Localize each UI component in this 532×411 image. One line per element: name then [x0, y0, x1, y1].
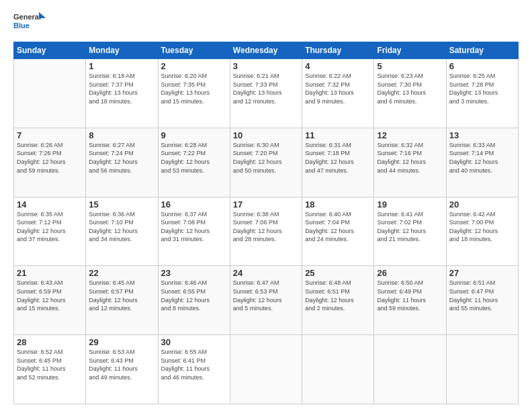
- weekday-header-saturday: Saturday: [446, 42, 518, 59]
- day-info: Sunrise: 6:41 AMSunset: 7:02 PMDaylight:…: [377, 210, 443, 244]
- day-number: 14: [17, 199, 83, 210]
- calendar-cell: [230, 335, 302, 404]
- calendar-cell: 28Sunrise: 6:52 AMSunset: 6:45 PMDayligh…: [14, 335, 86, 404]
- day-number: 10: [233, 130, 299, 140]
- day-number: 5: [377, 61, 443, 71]
- calendar-cell: 17Sunrise: 6:38 AMSunset: 7:06 PMDayligh…: [230, 197, 302, 266]
- day-info: Sunrise: 6:28 AMSunset: 7:22 PMDaylight:…: [161, 141, 227, 175]
- calendar-cell: 29Sunrise: 6:53 AMSunset: 6:43 PMDayligh…: [86, 335, 158, 404]
- day-number: 8: [89, 130, 154, 140]
- calendar-cell: 9Sunrise: 6:28 AMSunset: 7:22 PMDaylight…: [158, 128, 230, 197]
- day-number: 18: [305, 199, 371, 210]
- calendar-cell: 19Sunrise: 6:41 AMSunset: 7:02 PMDayligh…: [374, 197, 446, 266]
- day-info: Sunrise: 6:52 AMSunset: 6:45 PMDaylight:…: [17, 348, 83, 381]
- calendar-week-row: 14Sunrise: 6:35 AMSunset: 7:12 PMDayligh…: [14, 197, 519, 266]
- calendar-cell: 26Sunrise: 6:50 AMSunset: 6:49 PMDayligh…: [374, 266, 446, 335]
- weekday-header-thursday: Thursday: [302, 42, 374, 59]
- logo: General Blue: [13, 11, 47, 35]
- calendar-week-row: 21Sunrise: 6:43 AMSunset: 6:59 PMDayligh…: [14, 266, 519, 335]
- day-number: 29: [89, 337, 154, 347]
- calendar-cell: 2Sunrise: 6:20 AMSunset: 7:35 PMDaylight…: [158, 59, 230, 128]
- calendar-cell: 15Sunrise: 6:36 AMSunset: 7:10 PMDayligh…: [86, 197, 158, 266]
- calendar-cell: 8Sunrise: 6:27 AMSunset: 7:24 PMDaylight…: [86, 128, 158, 197]
- calendar-cell: 24Sunrise: 6:47 AMSunset: 6:53 PMDayligh…: [230, 266, 302, 335]
- day-info: Sunrise: 6:31 AMSunset: 7:18 PMDaylight:…: [305, 141, 371, 175]
- day-info: Sunrise: 6:27 AMSunset: 7:24 PMDaylight:…: [89, 141, 154, 175]
- calendar-cell: 14Sunrise: 6:35 AMSunset: 7:12 PMDayligh…: [14, 197, 86, 266]
- calendar-cell: 20Sunrise: 6:42 AMSunset: 7:00 PMDayligh…: [446, 197, 518, 266]
- calendar-cell: [374, 335, 446, 404]
- day-number: 15: [89, 199, 154, 210]
- day-number: 4: [305, 61, 371, 71]
- calendar-cell: 21Sunrise: 6:43 AMSunset: 6:59 PMDayligh…: [14, 266, 86, 335]
- calendar-week-row: 1Sunrise: 6:18 AMSunset: 7:37 PMDaylight…: [14, 59, 519, 128]
- day-info: Sunrise: 6:20 AMSunset: 7:35 PMDaylight:…: [161, 72, 227, 105]
- day-number: 16: [161, 199, 227, 210]
- day-number: 25: [305, 268, 371, 278]
- day-info: Sunrise: 6:30 AMSunset: 7:20 PMDaylight:…: [233, 141, 299, 175]
- day-info: Sunrise: 6:42 AMSunset: 7:00 PMDaylight:…: [449, 210, 515, 244]
- logo-svg: General Blue: [13, 11, 47, 35]
- day-number: 1: [89, 61, 154, 71]
- calendar-cell: 10Sunrise: 6:30 AMSunset: 7:20 PMDayligh…: [230, 128, 302, 197]
- day-info: Sunrise: 6:53 AMSunset: 6:43 PMDaylight:…: [89, 348, 154, 381]
- day-number: 26: [377, 268, 443, 278]
- calendar-cell: 5Sunrise: 6:23 AMSunset: 7:30 PMDaylight…: [374, 59, 446, 128]
- day-number: 2: [161, 61, 227, 71]
- day-number: 12: [377, 130, 443, 140]
- day-number: 17: [233, 199, 299, 210]
- day-info: Sunrise: 6:23 AMSunset: 7:30 PMDaylight:…: [377, 72, 443, 105]
- day-info: Sunrise: 6:55 AMSunset: 6:41 PMDaylight:…: [161, 348, 227, 381]
- day-info: Sunrise: 6:43 AMSunset: 6:59 PMDaylight:…: [17, 279, 83, 312]
- header: General Blue: [13, 11, 519, 35]
- calendar-cell: 18Sunrise: 6:40 AMSunset: 7:04 PMDayligh…: [302, 197, 374, 266]
- calendar-cell: 27Sunrise: 6:51 AMSunset: 6:47 PMDayligh…: [446, 266, 518, 335]
- day-number: 23: [161, 268, 227, 278]
- day-info: Sunrise: 6:21 AMSunset: 7:33 PMDaylight:…: [233, 72, 299, 105]
- day-info: Sunrise: 6:40 AMSunset: 7:04 PMDaylight:…: [305, 210, 371, 244]
- calendar-week-row: 28Sunrise: 6:52 AMSunset: 6:45 PMDayligh…: [14, 335, 519, 404]
- calendar-table: SundayMondayTuesdayWednesdayThursdayFrid…: [13, 42, 519, 404]
- calendar-cell: 23Sunrise: 6:46 AMSunset: 6:55 PMDayligh…: [158, 266, 230, 335]
- day-info: Sunrise: 6:45 AMSunset: 6:57 PMDaylight:…: [89, 279, 154, 312]
- calendar-cell: 25Sunrise: 6:48 AMSunset: 6:51 PMDayligh…: [302, 266, 374, 335]
- weekday-header-sunday: Sunday: [14, 42, 86, 59]
- day-info: Sunrise: 6:46 AMSunset: 6:55 PMDaylight:…: [161, 279, 227, 312]
- day-number: 30: [161, 337, 227, 347]
- day-number: 7: [17, 130, 83, 140]
- day-info: Sunrise: 6:26 AMSunset: 7:26 PMDaylight:…: [17, 141, 83, 175]
- calendar-cell: 4Sunrise: 6:22 AMSunset: 7:32 PMDaylight…: [302, 59, 374, 128]
- svg-text:General: General: [13, 13, 41, 21]
- calendar-cell: 7Sunrise: 6:26 AMSunset: 7:26 PMDaylight…: [14, 128, 86, 197]
- weekday-header-monday: Monday: [86, 42, 158, 59]
- day-number: 21: [17, 268, 83, 278]
- calendar-cell: 16Sunrise: 6:37 AMSunset: 7:08 PMDayligh…: [158, 197, 230, 266]
- weekday-header-tuesday: Tuesday: [158, 42, 230, 59]
- day-info: Sunrise: 6:35 AMSunset: 7:12 PMDaylight:…: [17, 210, 83, 244]
- day-number: 22: [89, 268, 154, 278]
- day-info: Sunrise: 6:50 AMSunset: 6:49 PMDaylight:…: [377, 279, 443, 312]
- calendar-cell: 13Sunrise: 6:33 AMSunset: 7:14 PMDayligh…: [446, 128, 518, 197]
- day-info: Sunrise: 6:33 AMSunset: 7:14 PMDaylight:…: [449, 141, 515, 175]
- day-number: 3: [233, 61, 299, 71]
- day-info: Sunrise: 6:25 AMSunset: 7:28 PMDaylight:…: [449, 72, 515, 105]
- day-number: 6: [449, 61, 515, 71]
- calendar-cell: [446, 335, 518, 404]
- calendar-cell: 22Sunrise: 6:45 AMSunset: 6:57 PMDayligh…: [86, 266, 158, 335]
- calendar-cell: [302, 335, 374, 404]
- calendar-cell: 11Sunrise: 6:31 AMSunset: 7:18 PMDayligh…: [302, 128, 374, 197]
- day-info: Sunrise: 6:38 AMSunset: 7:06 PMDaylight:…: [233, 210, 299, 244]
- svg-marker-2: [39, 12, 46, 18]
- day-info: Sunrise: 6:36 AMSunset: 7:10 PMDaylight:…: [89, 210, 154, 244]
- day-number: 9: [161, 130, 227, 140]
- calendar-cell: 6Sunrise: 6:25 AMSunset: 7:28 PMDaylight…: [446, 59, 518, 128]
- calendar-cell: 30Sunrise: 6:55 AMSunset: 6:41 PMDayligh…: [158, 335, 230, 404]
- page: General Blue SundayMondayTuesdayWednesda…: [0, 0, 532, 411]
- weekday-header-wednesday: Wednesday: [230, 42, 302, 59]
- day-number: 28: [17, 337, 83, 347]
- day-number: 24: [233, 268, 299, 278]
- calendar-cell: 12Sunrise: 6:32 AMSunset: 7:16 PMDayligh…: [374, 128, 446, 197]
- day-number: 19: [377, 199, 443, 210]
- day-info: Sunrise: 6:51 AMSunset: 6:47 PMDaylight:…: [449, 279, 515, 312]
- day-info: Sunrise: 6:18 AMSunset: 7:37 PMDaylight:…: [89, 72, 154, 105]
